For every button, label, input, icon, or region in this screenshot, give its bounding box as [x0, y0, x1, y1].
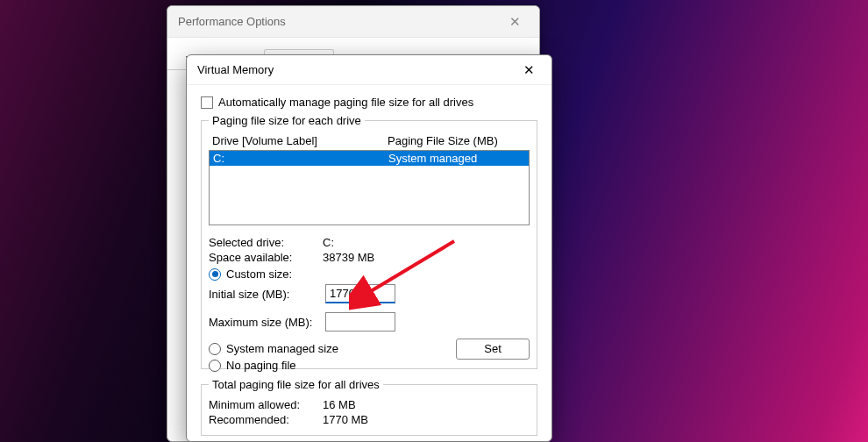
- close-icon[interactable]: ✕: [516, 62, 541, 78]
- list-item[interactable]: C: System managed: [210, 151, 529, 166]
- recommended-row: Recommended: 1770 MB: [209, 413, 530, 426]
- total-paging-group: Total paging file size for all drives Mi…: [201, 378, 537, 436]
- maximum-size-input[interactable]: [325, 312, 395, 332]
- checkbox-icon[interactable]: [201, 96, 213, 109]
- initial-size-input[interactable]: [325, 284, 395, 303]
- selected-drive-value: C:: [323, 236, 530, 249]
- selected-drive-row: Selected drive: C:: [209, 236, 530, 249]
- maximum-size-row: Maximum size (MB):: [209, 312, 530, 332]
- paging-per-drive-group: Paging file size for each drive Drive [V…: [201, 114, 537, 369]
- drive-cell: C:: [213, 152, 388, 165]
- radio-label: No paging file: [226, 359, 296, 372]
- initial-size-label: Initial size (MB):: [209, 288, 325, 301]
- close-icon[interactable]: ✕: [501, 14, 529, 30]
- minimum-row: Minimum allowed: 16 MB: [209, 398, 530, 411]
- selected-drive-label: Selected drive:: [209, 236, 323, 249]
- auto-manage-label: Automatically manage paging file size fo…: [218, 96, 473, 109]
- radio-icon[interactable]: [209, 268, 221, 281]
- set-button[interactable]: Set: [456, 339, 530, 360]
- space-available-row: Space available: 38739 MB: [209, 251, 530, 264]
- perf-title: Performance Options: [178, 15, 501, 28]
- group-legend: Paging file size for each drive: [209, 114, 365, 127]
- min-label: Minimum allowed:: [209, 398, 323, 411]
- size-cell: System managed: [388, 152, 525, 165]
- radio-icon[interactable]: [209, 343, 221, 355]
- vm-body: Automatically manage paging file size fo…: [187, 85, 551, 436]
- maximum-size-label: Maximum size (MB):: [209, 316, 325, 329]
- auto-manage-checkbox-row[interactable]: Automatically manage paging file size fo…: [201, 96, 537, 109]
- space-value: 38739 MB: [323, 251, 530, 264]
- radio-label: Custom size:: [226, 267, 292, 281]
- drive-list-header: Drive [Volume Label] Paging File Size (M…: [209, 132, 530, 148]
- perf-titlebar: Performance Options ✕: [167, 6, 539, 38]
- rec-label: Recommended:: [209, 413, 323, 426]
- group-legend: Total paging file size for all drives: [209, 378, 383, 391]
- vm-titlebar: Virtual Memory ✕: [187, 55, 551, 85]
- rec-value: 1770 MB: [323, 413, 530, 426]
- radio-icon[interactable]: [209, 360, 221, 372]
- min-value: 16 MB: [323, 398, 530, 411]
- drive-list[interactable]: C: System managed: [209, 150, 530, 225]
- virtual-memory-dialog: Virtual Memory ✕ Automatically manage pa…: [186, 54, 552, 442]
- col-drive: Drive [Volume Label]: [212, 134, 388, 147]
- vm-title: Virtual Memory: [197, 63, 516, 76]
- space-label: Space available:: [209, 251, 323, 264]
- col-size: Paging File Size (MB): [388, 134, 526, 147]
- radio-custom-size[interactable]: Custom size:: [209, 267, 530, 281]
- radio-label: System managed size: [226, 342, 338, 355]
- initial-size-row: Initial size (MB):: [209, 284, 530, 303]
- radio-no-paging[interactable]: No paging file: [209, 359, 530, 372]
